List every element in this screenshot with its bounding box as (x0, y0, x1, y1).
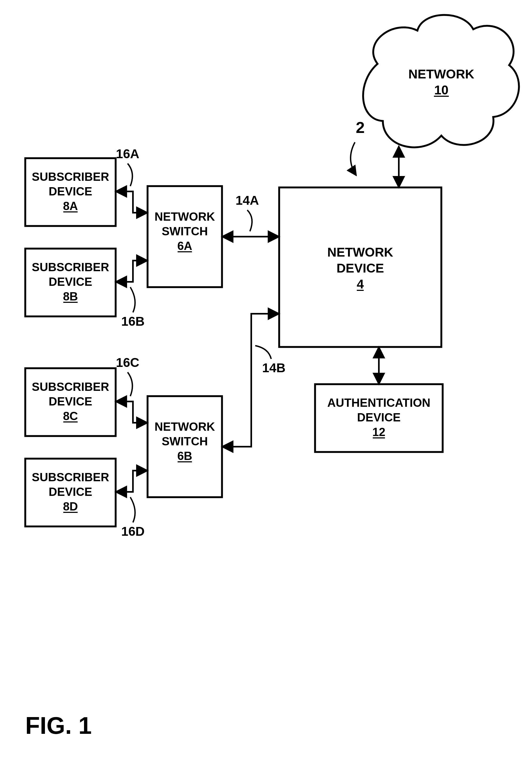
link-16a (115, 191, 148, 213)
label-16a: 16A (116, 147, 139, 161)
callout-14b (255, 345, 271, 359)
label-16b: 16B (121, 314, 145, 328)
network-cloud: NETWORK 10 (363, 15, 519, 147)
subscriber-a-box: SUBSCRIBER DEVICE 8A (25, 158, 115, 226)
subscriber-d-box: SUBSCRIBER DEVICE 8D (25, 459, 115, 526)
sub-a-line2: DEVICE (49, 185, 92, 198)
switch-a-line1: NETWORK (154, 210, 215, 223)
sub-a-line1: SUBSCRIBER (32, 170, 109, 183)
diagram-number-label: 2 (351, 118, 365, 176)
diagram-number-arc (351, 142, 356, 176)
callout-14a (247, 210, 252, 231)
figure-label: FIG. 1 (25, 712, 92, 739)
sub-d-id: 8D (63, 500, 78, 513)
link-14b (222, 314, 279, 447)
network-device-box: NETWORK DEVICE 4 (279, 188, 441, 347)
sub-c-line1: SUBSCRIBER (32, 380, 109, 393)
callout-16b (130, 287, 135, 312)
network-switch-a-box: NETWORK SWITCH 6A (148, 186, 222, 287)
sub-d-line1: SUBSCRIBER (32, 471, 109, 484)
switch-b-line2: SWITCH (162, 435, 208, 448)
network-title: NETWORK (408, 67, 474, 81)
link-16c (115, 402, 148, 423)
switch-a-id: 6A (177, 239, 192, 252)
callout-16a (128, 164, 132, 186)
sub-c-id: 8C (63, 410, 78, 422)
auth-device-box: AUTHENTICATION DEVICE 12 (315, 384, 443, 452)
label-14a: 14A (236, 193, 259, 207)
switch-a-line2: SWITCH (162, 225, 208, 238)
label-16d: 16D (121, 524, 145, 538)
link-16d (115, 471, 148, 492)
switch-b-id: 6B (177, 449, 192, 462)
switch-b-line1: NETWORK (154, 420, 215, 433)
label-16c: 16C (116, 355, 139, 370)
sub-b-id: 8B (63, 290, 78, 303)
subscriber-c-box: SUBSCRIBER DEVICE 8C (25, 368, 115, 436)
sub-b-line2: DEVICE (49, 275, 92, 288)
subscriber-b-box: SUBSCRIBER DEVICE 8B (25, 249, 115, 316)
label-14b: 14B (262, 361, 285, 375)
sub-c-line2: DEVICE (49, 395, 92, 408)
callout-16d (130, 497, 135, 522)
network-device-line1: NETWORK (327, 245, 393, 259)
diagram-number-text: 2 (356, 118, 364, 136)
network-device-id: 4 (357, 277, 364, 291)
network-switch-b-box: NETWORK SWITCH 6B (148, 396, 222, 497)
auth-device-id: 12 (372, 425, 386, 438)
network-device-line2: DEVICE (337, 261, 384, 275)
network-id: 10 (434, 83, 448, 97)
auth-device-line2: DEVICE (357, 411, 401, 424)
link-16b (115, 261, 148, 282)
callout-16c (128, 372, 132, 396)
sub-a-id: 8A (63, 199, 78, 212)
auth-device-line1: AUTHENTICATION (327, 396, 430, 409)
cloud-shape (363, 15, 519, 147)
sub-b-line1: SUBSCRIBER (32, 261, 109, 273)
sub-d-line2: DEVICE (49, 485, 92, 498)
